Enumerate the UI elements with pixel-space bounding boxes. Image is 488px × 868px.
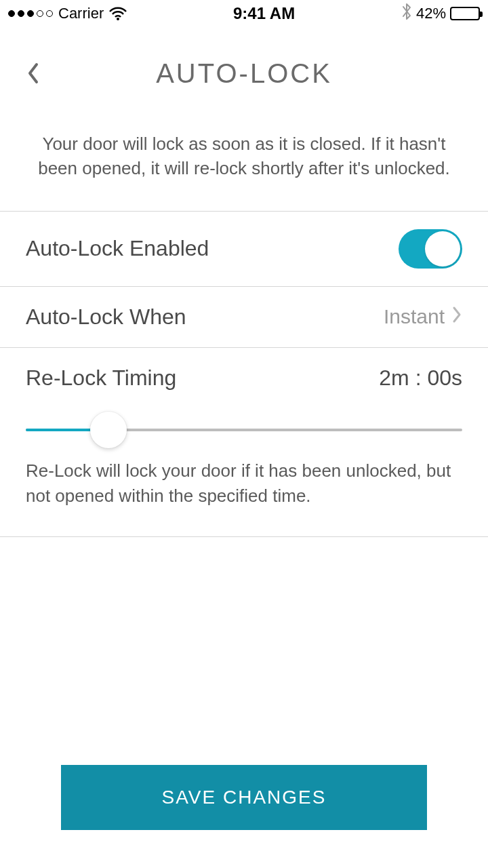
relock-description: Re-Lock will lock your door if it has be…: [26, 458, 462, 509]
auto-lock-when-value-wrap: Instant: [384, 305, 462, 329]
bluetooth-icon: [401, 3, 412, 24]
auto-lock-enabled-row: Auto-Lock Enabled: [0, 211, 488, 286]
save-changes-button[interactable]: SAVE CHANGES: [61, 765, 427, 830]
relock-section: Re-Lock Timing 2m : 00s Re-Lock will loc…: [0, 347, 488, 537]
auto-lock-enabled-label: Auto-Lock Enabled: [26, 236, 209, 261]
battery-icon: [450, 7, 480, 20]
battery-percentage: 42%: [416, 5, 446, 22]
page-title: AUTO-LOCK: [156, 58, 332, 89]
chevron-left-icon: [26, 62, 41, 85]
chevron-right-icon: [451, 305, 462, 329]
relock-header: Re-Lock Timing 2m : 00s: [26, 366, 462, 391]
carrier-label: Carrier: [58, 5, 104, 22]
auto-lock-when-value: Instant: [384, 305, 445, 328]
status-right: 42%: [401, 3, 480, 24]
relock-label: Re-Lock Timing: [26, 366, 176, 391]
auto-lock-when-row[interactable]: Auto-Lock When Instant: [0, 286, 488, 347]
status-time: 9:41 AM: [233, 4, 295, 23]
relock-value: 2m : 00s: [379, 366, 462, 391]
intro-text: Your door will lock as soon as it is clo…: [0, 107, 488, 211]
auto-lock-when-label: Auto-Lock When: [26, 304, 186, 330]
slider-thumb[interactable]: [90, 412, 127, 448]
status-left: Carrier: [8, 5, 127, 22]
nav-header: AUTO-LOCK: [0, 39, 488, 107]
back-button[interactable]: [23, 60, 43, 87]
relock-slider[interactable]: [26, 429, 462, 431]
status-bar: Carrier 9:41 AM 42%: [0, 0, 488, 27]
wifi-icon: [109, 7, 127, 20]
svg-point-0: [117, 18, 119, 20]
toggle-knob: [425, 231, 460, 267]
auto-lock-enabled-toggle[interactable]: [399, 229, 462, 269]
signal-strength-icon: [8, 10, 53, 17]
